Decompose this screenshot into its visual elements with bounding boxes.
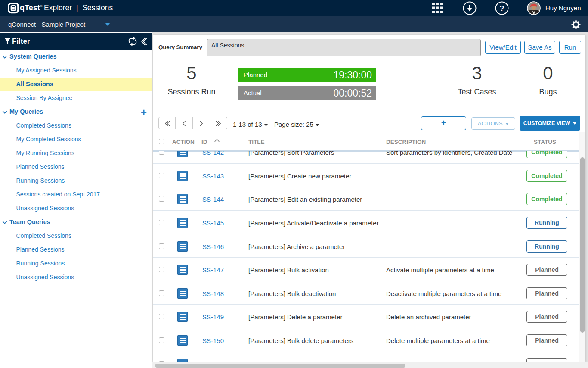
svg-text:?: ? [499, 4, 504, 13]
